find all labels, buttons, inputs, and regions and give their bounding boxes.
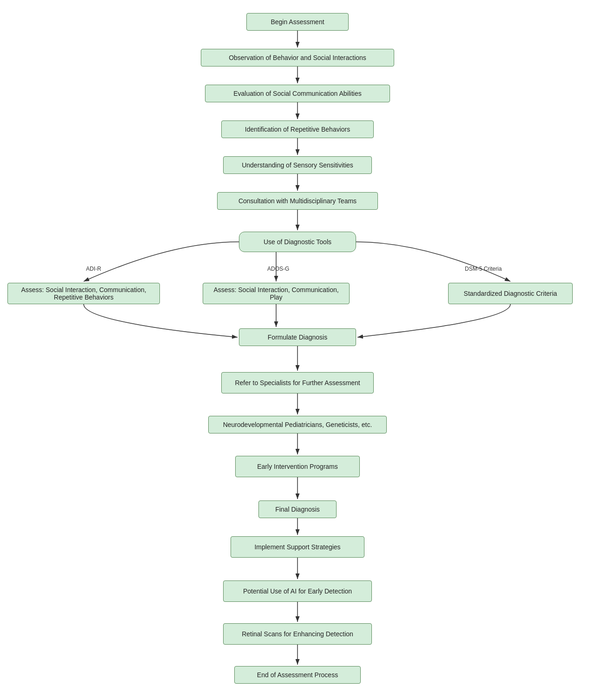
node-implement: Implement Support Strategies — [231, 536, 364, 558]
arrow-label-1: ADOS-G — [267, 266, 289, 272]
node-dsm: Standardized Diagnostic Criteria — [448, 283, 573, 304]
node-potential: Potential Use of AI for Early Detection — [223, 580, 372, 602]
node-evaluate: Evaluation of Social Communication Abili… — [205, 85, 390, 102]
node-refer: Refer to Specialists for Further Assessm… — [221, 372, 374, 393]
flowchart: Begin AssessmentObservation of Behavior … — [0, 0, 595, 700]
node-observe: Observation of Behavior and Social Inter… — [201, 49, 394, 67]
arrow-label-2: DSM-5 Criteria — [465, 266, 502, 272]
node-ados: Assess: Social Interaction, Communicatio… — [203, 283, 350, 304]
node-consult: Consultation with Multidisciplinary Team… — [217, 192, 378, 210]
node-identify: Identification of Repetitive Behaviors — [221, 120, 374, 138]
node-formulate: Formulate Diagnosis — [239, 328, 356, 346]
node-begin: Begin Assessment — [246, 13, 349, 31]
node-end: End of Assessment Process — [234, 666, 361, 684]
node-final: Final Diagnosis — [258, 500, 337, 518]
node-neuro: Neurodevelopmental Pediatricians, Geneti… — [208, 416, 387, 433]
node-adir: Assess: Social Interaction, Communicatio… — [7, 283, 160, 304]
node-early: Early Intervention Programs — [235, 456, 360, 477]
node-diagnostic: Use of Diagnostic Tools — [239, 232, 356, 252]
arrow-label-0: ADI-R — [86, 266, 101, 272]
node-understand: Understanding of Sensory Sensitivities — [223, 156, 372, 174]
node-retinal: Retinal Scans for Enhancing Detection — [223, 623, 372, 645]
